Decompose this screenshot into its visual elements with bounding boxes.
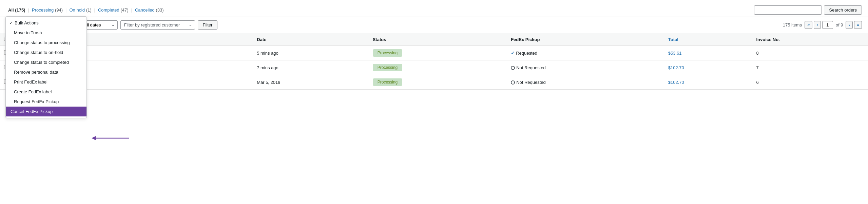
fedex-circle-icon xyxy=(511,80,515,85)
dropdown-item-create-fedex[interactable]: Create FedEx label xyxy=(6,87,86,97)
pagination-first[interactable]: « xyxy=(805,21,812,29)
fedex-cell-0: ✓Requested xyxy=(507,46,664,60)
svg-marker-7 xyxy=(92,136,96,140)
status-badge-1: Processing xyxy=(373,64,402,71)
tab-processing[interactable]: Processing (94) xyxy=(30,6,65,14)
pagination-info: 175 items xyxy=(783,22,802,27)
pagination-last[interactable]: » xyxy=(854,21,862,29)
customer-filter-wrap: Filter by registered customer xyxy=(120,20,195,30)
date-cell-2: Mar 5, 2019 xyxy=(253,75,369,90)
table-header-row: Date Status FedEx Pickup Total Invoice N… xyxy=(0,33,868,46)
tab-cancelled[interactable]: Cancelled (33) xyxy=(133,6,166,14)
orders-table: Date Status FedEx Pickup Total Invoice N… xyxy=(0,33,868,90)
pagination-prev[interactable]: ‹ xyxy=(814,21,821,29)
table-row: 5 mins agoProcessing✓Requested$53.618 xyxy=(0,46,868,60)
total-cell-0: $53.61 xyxy=(664,46,752,60)
page-wrapper: All (175) | Processing (94) | On hold (1… xyxy=(0,0,868,204)
fedex-cell-1: Not Requested xyxy=(507,60,664,75)
invoice-cell-0: 8 xyxy=(752,46,868,60)
page-of: of 9 xyxy=(836,22,843,27)
fedex-circle-icon xyxy=(511,66,515,70)
table-row: #742 Devesh PluginHiveMar 5, 2019Process… xyxy=(0,75,868,90)
status-badge-2: Processing xyxy=(373,78,402,86)
invoice-cell-2: 6 xyxy=(752,75,868,90)
dropdown-item-change-processing[interactable]: Change status to processing xyxy=(6,38,86,48)
tab-all[interactable]: All (175) xyxy=(6,6,27,14)
status-badge-0: Processing xyxy=(373,49,402,57)
filter-button[interactable]: Filter xyxy=(198,20,218,30)
pagination: 175 items « ‹ of 9 › » xyxy=(783,21,862,29)
search-orders-wrap: Search orders xyxy=(754,5,862,15)
status-tabs: All (175) | Processing (94) | On hold (1… xyxy=(6,6,166,14)
invoice-cell-1: 7 xyxy=(752,60,868,75)
table-row: 7 mins agoProcessingNot Requested$102.70… xyxy=(0,60,868,75)
page-number-input[interactable] xyxy=(822,21,833,29)
col-fedex-header: FedEx Pickup xyxy=(507,33,664,46)
top-bar: All (175) | Processing (94) | On hold (1… xyxy=(0,0,868,17)
status-cell-1: Processing xyxy=(369,60,507,75)
dropdown-item-change-on-hold[interactable]: Change status to on-hold xyxy=(6,48,86,57)
date-cell-0: 5 mins ago xyxy=(253,46,369,60)
date-cell-1: 7 mins ago xyxy=(253,60,369,75)
dropdown-item-print-fedex[interactable]: Print FedEx label xyxy=(6,77,86,87)
status-cell-2: Processing xyxy=(369,75,507,90)
customer-filter-select[interactable]: Filter by registered customer xyxy=(120,20,195,30)
dropdown-item-move-to-trash[interactable]: Move to Trash xyxy=(6,28,86,38)
filter-row: Bulk Actions Apply All dates Filter by r… xyxy=(0,17,868,33)
fedex-label-1: Not Requested xyxy=(516,65,546,70)
tab-on-hold[interactable]: On hold (1) xyxy=(67,6,93,14)
col-total-header[interactable]: Total xyxy=(664,33,752,46)
dropdown-item-change-completed[interactable]: Change status to completed xyxy=(6,57,86,67)
dropdown-item-bulk-actions[interactable]: Bulk Actions xyxy=(6,18,86,28)
search-orders-button[interactable]: Search orders xyxy=(824,5,862,15)
status-cell-0: Processing xyxy=(369,46,507,60)
bulk-dropdown-menu: Bulk ActionsMove to TrashChange status t… xyxy=(5,16,87,118)
total-cell-1: $102.70 xyxy=(664,60,752,75)
dropdown-item-remove-personal[interactable]: Remove personal data xyxy=(6,67,86,77)
tab-completed[interactable]: Completed (47) xyxy=(96,6,131,14)
dropdown-item-cancel-pickup[interactable]: Cancel FedEx Pickup xyxy=(6,107,86,116)
total-cell-2: $102.70 xyxy=(664,75,752,90)
arrow-indicator xyxy=(88,133,129,144)
fedex-check-icon: ✓ xyxy=(511,51,515,56)
col-status-header: Status xyxy=(369,33,507,46)
pagination-next[interactable]: › xyxy=(846,21,852,29)
fedex-label-2: Not Requested xyxy=(516,80,546,85)
fedex-label-0: Requested xyxy=(516,51,537,56)
search-input[interactable] xyxy=(754,5,822,15)
dropdown-item-request-pickup[interactable]: Request FedEx Pickup xyxy=(6,97,86,107)
fedex-cell-2: Not Requested xyxy=(507,75,664,90)
col-invoice-header: Invoice No. xyxy=(752,33,868,46)
col-date-header[interactable]: Date xyxy=(253,33,369,46)
